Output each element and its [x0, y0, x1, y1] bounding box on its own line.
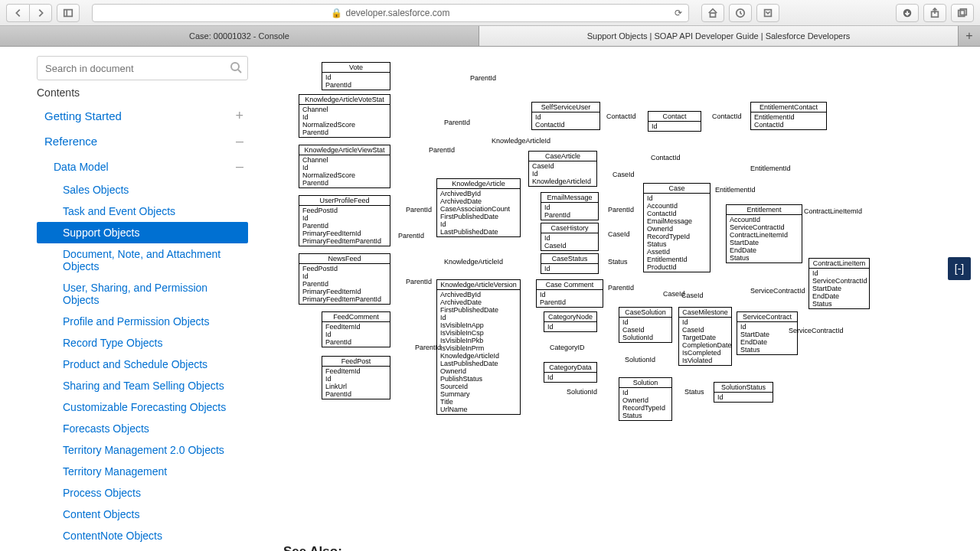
entity-box: ContactId — [648, 111, 701, 132]
expand-icon[interactable]: – — [236, 133, 243, 149]
sidebar-toggle-button[interactable] — [57, 4, 80, 22]
nav-item[interactable]: Document, Note, and Attachment Objects — [37, 243, 248, 277]
entity-box: CaseSolutionIdCaseIdSolutionId — [619, 307, 672, 343]
nav-item-label: Profile and Permission Objects — [63, 315, 209, 328]
new-tab-button[interactable]: + — [959, 26, 980, 46]
tab-bar: Case: 00001032 - ConsoleSupport Objects … — [0, 26, 980, 47]
entity-fields: FeedItemIdIdLinkUrlParentId — [322, 367, 390, 399]
nav-item-label: User, Sharing, and Permission Objects — [63, 282, 243, 306]
entity-box: CategoryNodeId — [544, 311, 597, 332]
nav-item-label: Document, Note, and Attachment Objects — [63, 248, 243, 272]
nav-item-label: Process Objects — [63, 487, 141, 499]
main-content: VoteIdParentIdKnowledgeArticleVoteStatCh… — [260, 47, 980, 551]
nav-item[interactable]: Reference– — [37, 129, 248, 154]
reload-icon[interactable]: ⟳ — [675, 8, 682, 18]
entity-box: KnowledgeArticleVoteStatChannelIdNormali… — [299, 94, 390, 138]
entity-fields: ArchivedByIdArchivedDateCaseAssociationC… — [437, 189, 520, 236]
nav-item[interactable]: Territory Management — [37, 461, 248, 482]
reader-button[interactable] — [756, 4, 779, 22]
forward-button[interactable] — [29, 4, 52, 22]
see-also-heading: See Also: — [283, 544, 957, 551]
entity-box: FeedCommentFeedItemIdIdParentId — [322, 311, 390, 347]
entity-name: CaseStatus — [541, 254, 598, 264]
nav-item[interactable]: Product and Schedule Objects — [37, 354, 248, 375]
nav-item-label: Reference — [44, 135, 97, 148]
entity-box: UserProfileFeedFeedPostIdIdParentIdPrima… — [299, 195, 390, 246]
browser-tab[interactable]: Support Objects | SOAP API Developer Gui… — [479, 26, 959, 46]
entity-name: UserProfileFeed — [299, 196, 390, 206]
relation-label: ContractLineItemId — [804, 207, 862, 215]
nav-item[interactable]: Sales Objects — [37, 179, 248, 201]
history-button[interactable] — [729, 4, 752, 22]
nav-item-label: Territory Management — [63, 465, 167, 478]
relation-label: ServiceContractId — [750, 287, 805, 295]
nav-item-label: Content Objects — [63, 508, 139, 520]
url-bar[interactable]: 🔒 developer.salesforce.com ⟳ — [92, 4, 689, 22]
nav-item[interactable]: Process Objects — [37, 482, 248, 504]
expand-icon[interactable]: + — [235, 108, 243, 124]
entity-fields: IdParentId — [541, 203, 598, 220]
nav-item[interactable]: Sharing and Team Selling Objects — [37, 375, 248, 396]
entity-name: FeedComment — [322, 312, 390, 322]
nav-item[interactable]: Profile and Permission Objects — [37, 311, 248, 332]
entity-box: SolutionStatusId — [714, 382, 773, 403]
entity-box: CategoryDataId — [544, 362, 597, 383]
entity-fields: FeedPostIdIdParentIdPrimaryFeedItemIdPri… — [299, 264, 390, 304]
entity-box: CaseStatusId — [541, 253, 599, 274]
relation-label: CategoryID — [550, 344, 585, 351]
nav-item[interactable]: Getting Started+ — [37, 103, 248, 129]
downloads-button[interactable] — [896, 4, 919, 22]
nav-item[interactable]: User, Sharing, and Permission Objects — [37, 277, 248, 311]
relation-label: ParentId — [398, 232, 424, 240]
entity-box: CaseArticleCaseIdIdKnowledgeArticleId — [528, 151, 597, 187]
nav-item[interactable]: Customizable Forecasting Objects — [37, 396, 248, 418]
browser-tab[interactable]: Case: 00001032 - Console — [0, 26, 479, 46]
entity-name: ServiceContract — [737, 312, 797, 322]
nav-item[interactable]: Task and Event Objects — [37, 201, 248, 222]
entity-box: KnowledgeArticleArchivedByIdArchivedDate… — [436, 178, 521, 237]
nav-item[interactable]: Record Type Objects — [37, 332, 248, 354]
nav-item[interactable]: Content Objects — [37, 504, 248, 525]
entity-name: CaseHistory — [541, 223, 598, 233]
entity-box: FeedPostFeedItemIdIdLinkUrlParentId — [322, 356, 390, 399]
collapse-toggle[interactable]: [-] — [948, 257, 971, 280]
svg-line-10 — [238, 70, 241, 73]
entity-fields: IdCaseId — [541, 233, 598, 250]
entity-name: Entitlement — [727, 205, 802, 215]
nav-item[interactable]: Forecasts Objects — [37, 418, 248, 439]
nav-item[interactable]: Support Objects — [37, 222, 248, 243]
entity-name: SolutionStatus — [714, 383, 773, 393]
nav-item[interactable]: ContentNote Objects — [37, 525, 248, 546]
entity-box: VoteIdParentId — [322, 62, 390, 90]
entity-box: EntitlementAccountIdServiceContractIdCon… — [726, 204, 802, 263]
entity-name: SelfServiceUser — [532, 103, 599, 112]
tabs-button[interactable] — [951, 4, 974, 22]
entity-name: Case — [644, 184, 710, 194]
expand-icon[interactable]: – — [236, 158, 243, 174]
home-button[interactable] — [701, 4, 724, 22]
relation-label: EntitlementId — [715, 186, 756, 194]
relation-label: CaseId — [608, 230, 630, 238]
entity-name: KnowledgeArticleVoteStat — [299, 95, 390, 105]
nav-item-label: Product and Schedule Objects — [63, 358, 207, 370]
relation-label: ParentId — [470, 74, 496, 82]
nav-item[interactable]: Data Model– — [37, 154, 248, 179]
nav-item-label: Data Model — [54, 161, 109, 173]
back-button[interactable] — [6, 4, 29, 22]
entity-name: FeedPost — [322, 357, 390, 367]
relation-label: Status — [684, 388, 704, 396]
nav-item[interactable]: Chatter Objects+ — [37, 546, 248, 551]
share-button[interactable] — [923, 4, 946, 22]
nav-item-label: Forecasts Objects — [63, 422, 149, 435]
relation-label: ServiceContractId — [789, 327, 844, 334]
relation-label: ParentId — [406, 278, 432, 285]
nav-item-label: Task and Event Objects — [63, 205, 175, 217]
search-input[interactable] — [37, 56, 248, 80]
entity-name: EmailMessage — [541, 193, 598, 203]
relation-label: Status — [608, 258, 628, 266]
erd-diagram: VoteIdParentIdKnowledgeArticleVoteStatCh… — [283, 62, 972, 521]
entity-box: CaseIdAccountIdContactIdEmailMessageOwne… — [643, 183, 710, 272]
entity-name: CategoryNode — [544, 312, 596, 322]
relation-label: KnowledgeArticleId — [444, 258, 503, 266]
nav-item[interactable]: Territory Management 2.0 Objects — [37, 439, 248, 461]
